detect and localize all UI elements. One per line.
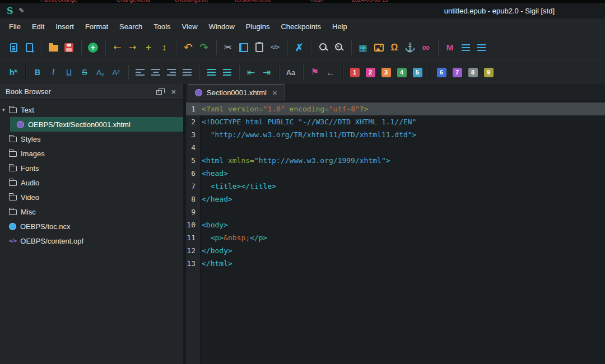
split-at-cursor-button[interactable]: ⇠	[109, 40, 125, 55]
clip-6-button[interactable]: 6	[434, 64, 449, 80]
code-line[interactable]: 9	[186, 206, 605, 218]
copy-button[interactable]	[236, 40, 252, 55]
tree-item-label: Video	[21, 193, 39, 202]
float-panel-button[interactable]	[154, 87, 164, 97]
back-button[interactable]: ←	[323, 64, 338, 80]
menu-insert[interactable]: Insert	[50, 20, 80, 33]
tree-item-video-folder[interactable]: Video	[0, 190, 183, 204]
menu-edit[interactable]: Edit	[26, 20, 50, 33]
insert-file-button[interactable]: ▦	[355, 40, 371, 55]
menu-tools[interactable]: Tools	[148, 20, 176, 33]
bold-button[interactable]: B	[30, 64, 45, 80]
tree-item-audio-folder[interactable]: Audio	[0, 175, 183, 190]
subscript-button[interactable]: A₂	[92, 64, 108, 80]
titlebar[interactable]: S ✎ untitled.epub - epub2.0 - Sigil [std…	[0, 3, 605, 18]
menu-plugins[interactable]: Plugins	[240, 20, 276, 33]
clip-8-button[interactable]: 8	[465, 64, 481, 80]
clip-7-button[interactable]: 7	[449, 64, 465, 80]
insert-image-button[interactable]	[371, 40, 387, 55]
tree-item-images-folder[interactable]: Images	[0, 146, 183, 161]
code-line[interactable]: 2<!DOCTYPE html PUBLIC "-//W3C//DTD XHTM…	[186, 115, 605, 128]
clip-9-button[interactable]: 9	[481, 64, 496, 80]
strikethrough-button[interactable]: S	[77, 64, 92, 80]
tree-item-section0001[interactable]: OEBPS/Text/Section0001.xhtml	[0, 117, 183, 132]
bullet-list-button[interactable]	[203, 64, 219, 80]
insert-id-button[interactable]: ⚓	[402, 40, 418, 55]
add-existing-file-button[interactable]	[21, 40, 37, 55]
add-section-button[interactable]: +	[141, 40, 156, 55]
increase-indent-button[interactable]: ⇥	[259, 64, 274, 80]
code-line[interactable]: 13</html>	[186, 257, 605, 270]
code-line[interactable]: 3 "http://www.w3.org/TR/xhtml11/DTD/xhtm…	[186, 128, 605, 141]
menu-file[interactable]: File	[3, 20, 26, 33]
insert-special-character-button[interactable]: Ω	[387, 40, 402, 55]
expand-arrow-icon[interactable]: ▾	[2, 107, 5, 113]
superscript-button[interactable]: A²	[108, 64, 124, 80]
decrease-indent-button[interactable]: ⇤	[243, 64, 259, 80]
save-button[interactable]	[61, 40, 77, 55]
code-editor[interactable]: 1<?xml version="1.0" encoding="utf-8"?>2…	[186, 101, 605, 364]
code-line[interactable]: 1<?xml version="1.0" encoding="utf-8"?>	[186, 102, 605, 115]
merge-sections-button[interactable]: ↕	[156, 40, 172, 55]
toolbar-separator	[429, 65, 430, 80]
align-left-button[interactable]	[132, 64, 148, 80]
clip-3-button[interactable]: 3	[378, 64, 394, 80]
tree-item-toc-ncx[interactable]: OEBPS/toc.ncx	[0, 219, 183, 234]
code-line[interactable]: 11 <p>&nbsp;</p>	[186, 231, 605, 244]
redo-button[interactable]: ↷	[196, 40, 212, 55]
tree-item-content-opf[interactable]: </>OEBPS/content.opf	[0, 234, 183, 248]
underline-button[interactable]: U	[61, 64, 77, 80]
bookmark-button[interactable]: ⚑	[307, 64, 323, 80]
tree-item-styles-folder[interactable]: Styles	[0, 132, 183, 146]
index-editor-button[interactable]	[473, 40, 489, 55]
code-line[interactable]: 7 <title></title>	[186, 180, 605, 193]
clip-4-button[interactable]: 4	[394, 64, 409, 80]
open-button[interactable]	[45, 40, 61, 55]
close-panel-button[interactable]: ×	[169, 87, 179, 97]
metadata-editor-button[interactable]: M	[442, 40, 458, 55]
insert-split-marker-button[interactable]: ⇢	[125, 40, 141, 55]
insert-link-button[interactable]: ∞	[418, 40, 434, 55]
pin-icon: ✎	[19, 7, 25, 15]
heading-style-button[interactable]: h*	[6, 64, 21, 80]
text-case-button[interactable]: Aa	[283, 64, 299, 80]
tree-item-text-folder[interactable]: ▾Text	[0, 102, 183, 117]
menu-format[interactable]: Format	[80, 20, 114, 33]
paste-button[interactable]	[252, 40, 267, 55]
code-line[interactable]: 8</head>	[186, 193, 605, 206]
align-right-button[interactable]	[164, 64, 179, 80]
numbered-list-button[interactable]	[219, 64, 235, 80]
align-center-button[interactable]	[148, 64, 164, 80]
clip-2-button[interactable]: 2	[362, 64, 378, 80]
tab-section0001[interactable]: Section0001.xhtml ×	[188, 84, 285, 101]
tree-item-fonts-folder[interactable]: Fonts	[0, 161, 183, 175]
code-line[interactable]: 6<head>	[186, 167, 605, 180]
tree-item-misc-folder[interactable]: Misc	[0, 204, 183, 219]
code-text: <?xml version="1.0" encoding="utf-8"?>	[198, 102, 368, 115]
find-next-button[interactable]: +	[331, 40, 347, 55]
find-button[interactable]	[315, 40, 331, 55]
delete-button[interactable]: ✗	[291, 40, 307, 55]
code-line[interactable]: 5<html xmlns="http://www.w3.org/1999/xht…	[186, 154, 605, 167]
tab-close-icon[interactable]: ×	[272, 88, 277, 97]
italic-button[interactable]: I	[45, 64, 61, 80]
menu-help[interactable]: Help	[327, 20, 353, 33]
menu-view[interactable]: View	[176, 20, 203, 33]
undo-button[interactable]: ↶	[180, 40, 196, 55]
menu-search[interactable]: Search	[114, 20, 148, 33]
cut-button[interactable]: ✂	[220, 40, 236, 55]
menu-window[interactable]: Window	[203, 20, 240, 33]
code-view-button[interactable]: </>	[267, 40, 283, 55]
align-justify-button[interactable]	[179, 64, 195, 80]
code-line[interactable]: 4	[186, 141, 605, 154]
code-line[interactable]: 10<body>	[186, 218, 605, 231]
new-file-button[interactable]	[6, 40, 21, 55]
clip-5-button[interactable]: 5	[409, 64, 425, 80]
folder-icon	[9, 209, 17, 215]
clip-1-button[interactable]: 1	[347, 64, 362, 80]
toc-editor-button[interactable]	[458, 40, 473, 55]
code-line[interactable]: 12</body>	[186, 244, 605, 257]
add-new-section-button[interactable]	[85, 40, 101, 55]
menu-checkpoints[interactable]: Checkpoints	[275, 20, 327, 33]
align-center-icon	[151, 69, 160, 76]
